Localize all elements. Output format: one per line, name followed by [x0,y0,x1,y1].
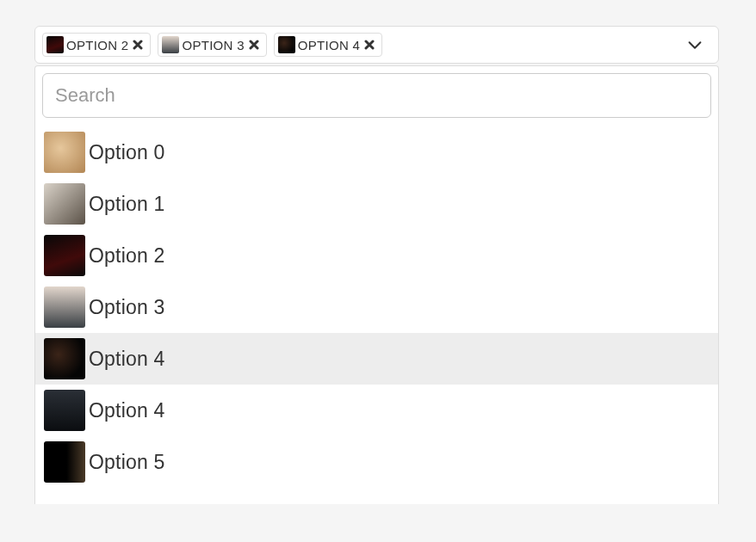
close-icon[interactable] [247,38,261,52]
search-input[interactable] [42,73,711,118]
chevron-down-icon[interactable] [679,35,711,54]
chip-label: OPTION 2 [66,38,128,52]
option-label: Option 5 [89,451,165,474]
option-item[interactable]: Option 2 [42,230,711,281]
option-thumbnail [44,235,85,276]
chip-thumbnail [278,36,295,53]
selected-chip[interactable]: OPTION 2 [42,33,151,57]
option-thumbnail [44,338,85,379]
chip-label: OPTION 4 [298,38,360,52]
option-item[interactable]: Option 5 [42,436,711,488]
option-label: Option 0 [89,141,165,164]
selected-bar[interactable]: OPTION 2 OPTION 3 OPTION 4 [34,26,719,64]
selected-chips: OPTION 2 OPTION 3 OPTION 4 [42,33,382,57]
option-item[interactable]: Option 4 [35,333,718,385]
selected-chip[interactable]: OPTION 4 [274,33,382,57]
option-label: Option 1 [89,193,165,216]
selected-chip[interactable]: OPTION 3 [158,33,266,57]
multiselect: OPTION 2 OPTION 3 OPTION 4 [34,26,719,504]
option-item[interactable]: Option 3 [42,281,711,333]
close-icon[interactable] [131,38,145,52]
option-label: Option 2 [89,244,165,268]
chip-label: OPTION 3 [182,38,244,52]
option-thumbnail [44,132,85,173]
dropdown-panel: Option 0 Option 1 Option 2 Option 3 Opti [34,65,719,504]
option-thumbnail [44,390,85,431]
option-thumbnail [44,286,85,328]
chip-thumbnail [162,36,179,53]
close-icon[interactable] [363,38,376,52]
option-list: Option 0 Option 1 Option 2 Option 3 Opti [42,126,711,488]
search-row [42,73,711,126]
option-thumbnail [44,441,85,483]
option-label: Option 3 [89,296,165,319]
option-item[interactable]: Option 1 [42,178,711,230]
option-label: Option 4 [89,348,165,371]
option-item[interactable]: Option 4 [42,385,711,436]
chip-thumbnail [46,36,64,53]
dropdown-scroll[interactable]: Option 0 Option 1 Option 2 Option 3 Opti [35,73,718,504]
option-item[interactable]: Option 0 [42,126,711,178]
option-thumbnail [44,183,85,225]
option-label: Option 4 [89,399,165,422]
